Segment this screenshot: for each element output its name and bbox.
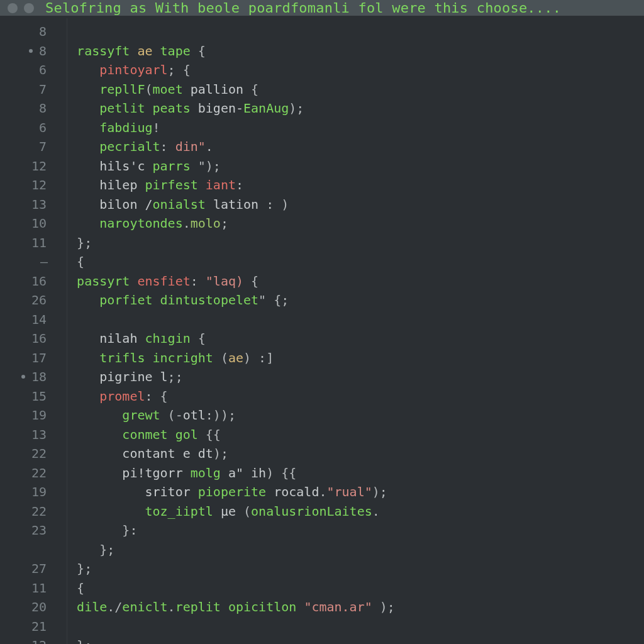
token: porfiet [99,291,152,310]
code-line[interactable] [62,310,644,330]
token: bilon [99,195,137,214]
code-line[interactable]: hils'c parrs "); [62,157,644,176]
line-number: 19 [0,406,52,425]
line-number: 6 [0,60,52,80]
code-line[interactable]: fabdiug! [62,118,644,138]
code-line[interactable]: trifls incright (ae) :] [62,348,644,368]
token [206,195,213,214]
line-number: 12 [0,175,52,195]
token [145,99,152,118]
token [153,42,160,61]
code-content[interactable]: rassyft ae tape { pintoyarl; { repllF(mo… [58,18,644,644]
token: gol [175,425,198,445]
token: parrs [153,157,191,176]
token: opicitlon [228,597,296,617]
code-line[interactable]: }; [62,233,644,253]
code-line[interactable]: pigrine l;; [62,367,644,387]
token [168,425,175,445]
code-line[interactable]: bilon /onialst lation : ) [62,195,644,214]
token: eniclt [122,597,167,617]
code-line[interactable]: petlit peats bigen-EanAug); [62,99,644,118]
code-line[interactable]: }; [62,540,644,560]
code-line[interactable]: dile./eniclt.replit opicitlon "cman.ar" … [62,597,644,617]
token [77,406,122,425]
token: :)); [206,406,236,425]
code-line[interactable]: pi!tgorr molg a" ih) {{ [62,464,644,483]
token: ( [145,80,152,99]
token: ./ [107,597,122,617]
token: hilep [99,175,137,195]
code-line[interactable]: pecrialt: din". [62,137,644,157]
code-line[interactable] [62,22,644,42]
token [137,175,145,195]
code-line[interactable]: porfiet dintustopelet" {; [62,291,644,310]
token: . [168,597,175,617]
code-line[interactable]: pintoyarl; { [62,60,644,80]
token: }; [77,636,92,644]
token [137,329,145,348]
token: repllF [99,80,145,99]
code-line[interactable]: }: [62,521,644,540]
token: dintustopelet [160,291,259,310]
line-number: 19 [0,482,52,502]
code-line[interactable]: rassyft ae tape { [62,42,644,61]
token: pigrine [99,367,152,387]
code-line[interactable]: passyrt ensfiet: "laq) { [62,272,644,291]
token [77,540,99,560]
code-line[interactable]: promel: { [62,387,644,406]
token: trifls [99,348,145,368]
line-number: 8 [0,22,52,42]
token [191,482,198,502]
close-icon[interactable] [8,3,18,13]
token [221,464,228,483]
line-number: 21 [0,617,52,636]
code-line[interactable]: { [62,252,644,272]
token: }: [122,521,137,540]
code-line[interactable]: { [62,579,644,598]
token [77,195,99,214]
token: ); [213,444,228,464]
token [77,175,99,195]
token [191,99,198,118]
titlebar[interactable]: Selofring as With beole poardfomanli fol… [0,0,644,16]
token [77,137,99,157]
minimize-icon[interactable] [24,3,34,13]
code-line[interactable]: repllF(moet pallion { [62,80,644,99]
token [77,329,99,348]
line-number: 15 [0,387,52,406]
token: chıgin [145,329,190,348]
code-line[interactable]: }; [62,559,644,579]
code-line[interactable]: toz_iiptl µe (onalusrionLaites. [62,502,644,521]
token: EanAug [243,99,289,118]
code-line[interactable]: naroytondes.molo; [62,214,644,233]
code-line[interactable]: grewt (-otl:)); [62,406,644,425]
token: dt [198,444,213,464]
code-line[interactable]: conmet gol {{ [62,425,644,445]
token: dile [77,597,107,617]
token: toz_iiptl [145,502,213,521]
code-line[interactable]: }; [62,636,644,644]
line-number-gutter: 88678671212131011—1626141617181519132222… [0,18,58,644]
code-line[interactable]: sritor pioperite rocald."rual"); [62,482,644,502]
token [221,597,228,617]
token: ih [251,464,266,483]
token: e [183,444,191,464]
token: . [319,482,326,502]
token: moet [153,80,183,99]
token [243,464,251,483]
line-number: 12 [0,636,52,644]
code-line[interactable]: hilep pirfest iant: [62,175,644,195]
token: fabdiug [99,118,152,138]
token: onalusrionLaites [251,502,372,521]
code-line[interactable]: contant e dt); [62,444,644,464]
line-number: 26 [0,291,52,310]
token: }; [77,559,92,579]
editor-area[interactable]: 88678671212131011—1626141617181519132222… [0,16,644,644]
token: conmet [122,425,167,445]
token: iant [206,175,236,195]
line-number: 6 [0,118,52,138]
token: ) {{ [266,464,296,483]
code-line[interactable] [62,617,644,636]
code-line[interactable]: nilah chıgin { [62,329,644,348]
line-number: 16 [0,272,52,291]
